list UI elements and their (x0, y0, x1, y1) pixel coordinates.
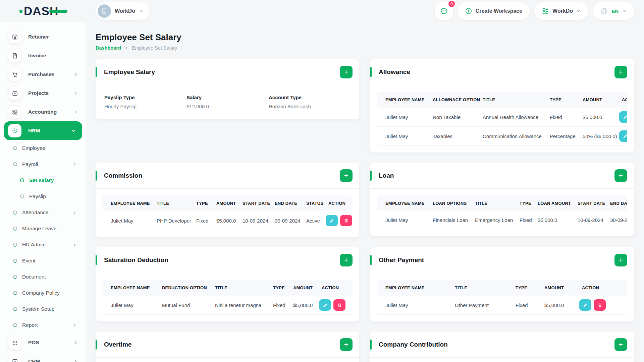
table-row: Juliet May PHP Developer Fixed $5,000.0 … (102, 211, 353, 230)
table-row: Juliet May Financials Loan Emergency Loa… (377, 211, 627, 229)
chevron-down-icon (139, 9, 144, 13)
breadcrumb-dashboard-link[interactable]: Dashboard (96, 45, 121, 51)
grid-plus-icon (8, 105, 21, 119)
sidebar-item-invoice[interactable]: Invoice (0, 46, 86, 65)
employee-salary-card: Employee Salary Payslip Type Hourly Pays… (96, 59, 359, 119)
add-button[interactable] (614, 338, 627, 351)
card-title: Overtime (104, 341, 131, 348)
sidebar-item-retainer[interactable]: Retainer (0, 27, 86, 46)
dash-logo: DASH (19, 4, 96, 18)
bullet-icon (13, 210, 17, 215)
page-title: Employee Set Salary (96, 32, 634, 42)
sidebar-item-purchases[interactable]: Purchases (0, 65, 86, 84)
pencil-icon (323, 303, 328, 308)
add-button[interactable] (340, 169, 353, 182)
workspace-avatar (98, 4, 111, 18)
building-icon (101, 8, 108, 14)
card-title: Employee Salary (104, 68, 155, 76)
sidebar-item-document[interactable]: Document (0, 269, 86, 285)
edit-button[interactable] (619, 130, 627, 142)
logo-dash-icon (49, 10, 67, 13)
edit-button[interactable] (619, 111, 627, 123)
retainer-save-icon (8, 30, 21, 44)
topbar-actions: 0 Create Workspace WorkDo EN (435, 2, 634, 20)
sidebar-item-hr-admin[interactable]: HR Admin (0, 237, 86, 253)
sidebar-item-crm[interactable]: CRM (0, 352, 86, 362)
bullet-icon (13, 323, 17, 327)
bullet-icon (13, 162, 17, 166)
trash-icon (344, 218, 349, 223)
bullet-icon (13, 291, 17, 295)
bullet-icon (13, 259, 17, 263)
table-row: Juliet May Non Taxable Annual Health All… (377, 108, 627, 127)
sidebar-item-projects[interactable]: Projects (0, 84, 86, 103)
add-button[interactable] (614, 254, 627, 266)
pencil-icon (583, 303, 588, 308)
sidebar-item-set-salary[interactable]: Set salary (0, 172, 86, 188)
edit-button[interactable] (319, 299, 331, 311)
edit-button[interactable] (579, 299, 591, 311)
logo-dot-icon (19, 10, 22, 13)
sidebar-item-system-setup[interactable]: System Setup (0, 301, 86, 317)
delete-button[interactable] (340, 215, 352, 226)
pencil-icon (623, 115, 628, 120)
loan-card: Loan EMPLOYEE NAME LOAN OPTIONS TITLE TY… (370, 163, 634, 236)
check-square-icon (8, 86, 21, 100)
chevron-right-icon (72, 162, 77, 167)
pencil-icon (329, 218, 334, 223)
sidebar-item-hrm[interactable]: HRM (4, 121, 82, 140)
add-button[interactable] (340, 254, 353, 266)
sidebar-item-payroll[interactable]: Payroll (0, 156, 86, 172)
chevron-right-icon (73, 359, 78, 362)
add-button[interactable] (614, 169, 627, 182)
plus-icon (618, 69, 624, 75)
sidebar-item-event[interactable]: Event (0, 253, 86, 269)
delete-button[interactable] (333, 299, 345, 311)
table-header-row: EMPLOYEE NAME LOAN OPTIONS TITLE TYPE LO… (377, 195, 627, 211)
other-payment-table: EMPLOYEE NAME TITLE TYPE AMOUNT ACTION J… (377, 280, 627, 315)
sidebar-item-accounting[interactable]: Accounting (0, 103, 86, 121)
card-title: Allowance (379, 68, 410, 76)
sidebar-item-company-policy[interactable]: Company Policy (0, 285, 86, 301)
bullet-icon (13, 227, 17, 231)
add-button[interactable] (614, 66, 627, 78)
sidebar-item-report[interactable]: Report (0, 317, 86, 333)
table-header-row: EMPLOYEE NAME ALLOWNACE OPTION TITLE TYP… (377, 92, 627, 108)
sidebar-item-payslip[interactable]: Payslip (0, 188, 86, 204)
delete-button[interactable] (594, 299, 606, 311)
plus-icon (618, 257, 624, 263)
card-title: Company Contribution (379, 341, 448, 348)
plus-icon (343, 342, 349, 348)
language-selector[interactable]: EN (593, 2, 634, 20)
chevron-down-icon (71, 128, 76, 133)
plus-circle-icon (465, 7, 472, 15)
chevron-right-icon (73, 72, 78, 77)
add-button[interactable] (340, 66, 353, 78)
apps-menu-label: WorkDo (552, 8, 573, 14)
table-row: Juliet May Other Payment Fixed $5,000.0 (377, 296, 627, 315)
plus-icon (343, 69, 349, 75)
chevron-right-icon (124, 46, 128, 50)
bullet-icon (20, 194, 24, 198)
bullet-icon (13, 146, 17, 150)
workspace-switcher[interactable]: WorkDo (96, 2, 150, 20)
edit-button[interactable] (326, 215, 338, 226)
allowance-table: EMPLOYEE NAME ALLOWNACE OPTION TITLE TYP… (377, 92, 627, 146)
sidebar-item-attendance[interactable]: Attendance (0, 204, 86, 221)
create-workspace-button[interactable]: Create Workspace (458, 2, 530, 20)
sidebar-item-employee[interactable]: Employee (0, 140, 86, 156)
overtime-card: Overtime (96, 331, 359, 362)
apps-menu-button[interactable]: WorkDo (534, 2, 588, 20)
salary-field: Salary $12,000.0 (186, 95, 269, 109)
saturation-deduction-table: EMPLOYEE NAME DEDUCTION OPTION TITLE TYP… (102, 280, 353, 315)
chevron-right-icon (73, 110, 78, 114)
sidebar: Retainer Invoice Purchases Projects Acco… (0, 22, 86, 362)
sidebar-item-pos[interactable]: POS (0, 333, 86, 352)
main-content: Employee Set Salary Dashboard Employee S… (86, 22, 644, 362)
add-button[interactable] (340, 338, 353, 351)
card-title: Saturation Deduction (104, 256, 168, 264)
messages-button[interactable]: 0 (435, 2, 453, 20)
grid-plus-icon (542, 7, 549, 15)
card-title: Commission (104, 172, 142, 179)
sidebar-item-manage-leave[interactable]: Manage Leave (0, 221, 86, 237)
